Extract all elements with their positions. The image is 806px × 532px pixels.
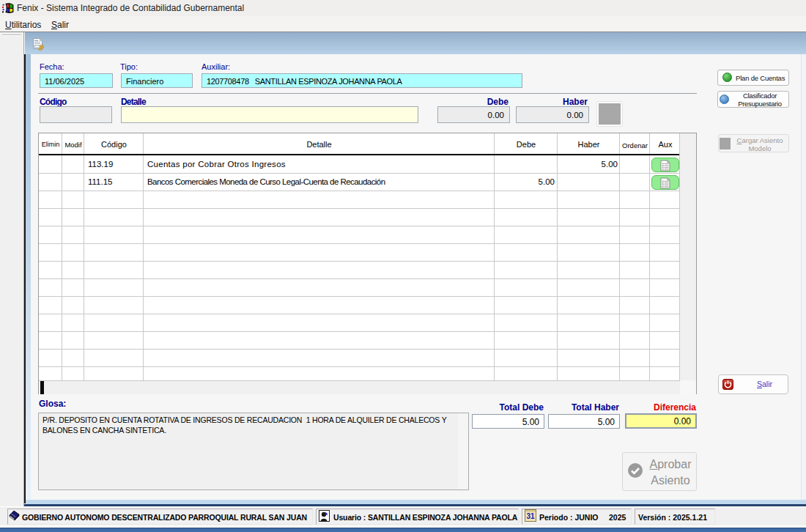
svg-text:31: 31 bbox=[526, 512, 535, 520]
